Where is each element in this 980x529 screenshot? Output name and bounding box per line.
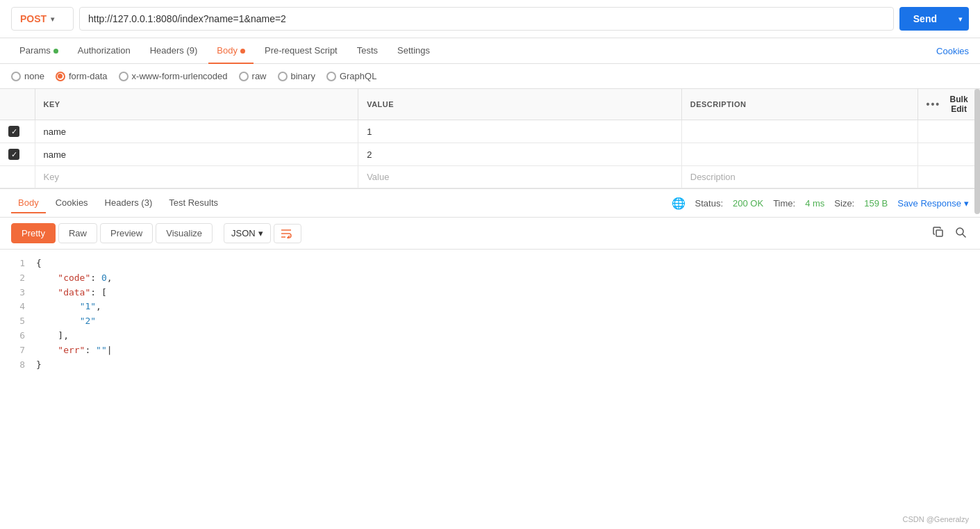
row2-desc-cell[interactable] bbox=[681, 143, 917, 166]
row1-desc-cell[interactable] bbox=[681, 120, 917, 143]
save-response-label: Save Response bbox=[897, 198, 961, 209]
table-row: ✓ name 1 bbox=[0, 120, 980, 143]
radio-none[interactable]: none bbox=[11, 71, 44, 81]
wrap-button[interactable] bbox=[274, 224, 301, 243]
resp-tab-cookies[interactable]: Cookies bbox=[49, 193, 95, 213]
body-dot bbox=[240, 49, 245, 54]
radio-raw-circle bbox=[239, 72, 249, 81]
radio-binary[interactable]: binary bbox=[278, 71, 315, 81]
copy-svg bbox=[933, 227, 944, 238]
tab-settings[interactable]: Settings bbox=[389, 38, 438, 64]
row1-value: 1 bbox=[367, 127, 372, 137]
radio-graphql[interactable]: GraphQL bbox=[326, 71, 376, 81]
method-chevron: ▾ bbox=[51, 15, 54, 23]
row1-checkbox[interactable]: ✓ bbox=[8, 126, 19, 137]
row1-key: name bbox=[44, 127, 67, 137]
json-line-5: 5 "2" bbox=[11, 314, 969, 329]
resp-tab-test-results[interactable]: Test Results bbox=[162, 193, 225, 213]
row1-check-cell: ✓ bbox=[0, 120, 35, 143]
tab-tests[interactable]: Tests bbox=[349, 38, 386, 64]
body-type-bar: none form-data x-www-form-urlencoded raw… bbox=[0, 64, 980, 89]
radio-form-data[interactable]: form-data bbox=[56, 71, 108, 81]
col-key-header: KEY bbox=[35, 89, 358, 120]
view-raw-button[interactable]: Raw bbox=[58, 223, 97, 243]
view-preview-button[interactable]: Preview bbox=[100, 223, 153, 243]
send-button[interactable]: Send ▾ bbox=[899, 7, 969, 31]
format-selector[interactable]: JSON ▾ bbox=[224, 223, 271, 243]
line-content-4: "1", bbox=[36, 300, 101, 314]
row1-value-cell[interactable]: 1 bbox=[358, 120, 682, 143]
scrollbar-track[interactable] bbox=[974, 89, 980, 188]
search-icon[interactable] bbox=[952, 224, 969, 243]
cookies-label: Cookies bbox=[936, 46, 969, 56]
radio-urlencoded-label: x-www-form-urlencoded bbox=[132, 71, 228, 81]
tab-pre-request[interactable]: Pre-request Script bbox=[256, 38, 346, 64]
send-chevron[interactable]: ▾ bbox=[952, 9, 969, 29]
svg-rect-0 bbox=[936, 230, 942, 236]
bulk-edit-button[interactable]: Bulk Edit bbox=[946, 95, 972, 114]
response-tabs-bar: Body Cookies Headers (3) Test Results 🌐 … bbox=[0, 189, 980, 218]
resp-tab-headers[interactable]: Headers (3) bbox=[98, 193, 160, 213]
col-value-header: VALUE bbox=[358, 89, 682, 120]
response-toolbar: Pretty Raw Preview Visualize JSON ▾ bbox=[0, 218, 980, 250]
json-line-4: 4 "1", bbox=[11, 300, 969, 314]
scrollbar-thumb[interactable] bbox=[974, 89, 980, 214]
placeholder-key-cell[interactable]: Key bbox=[35, 166, 358, 188]
send-label: Send bbox=[899, 7, 951, 31]
view-visualize-button[interactable]: Visualize bbox=[156, 223, 213, 243]
radio-urlencoded-circle bbox=[119, 72, 128, 81]
tab-body-label: Body bbox=[217, 45, 238, 56]
tab-headers[interactable]: Headers (9) bbox=[142, 38, 206, 64]
svg-line-2 bbox=[963, 234, 965, 237]
placeholder-desc-cell[interactable]: Description bbox=[681, 166, 917, 188]
tab-body[interactable]: Body bbox=[208, 38, 254, 64]
json-line-1: 1 { bbox=[11, 257, 969, 271]
line-num-7: 7 bbox=[11, 343, 36, 358]
footer-credit: CSDN @Generalzy bbox=[902, 515, 969, 523]
json-line-2: 2 "code": 0, bbox=[11, 271, 969, 286]
tab-params[interactable]: Params bbox=[11, 38, 67, 64]
cookies-button[interactable]: Cookies bbox=[936, 39, 969, 63]
radio-graphql-circle bbox=[326, 72, 336, 81]
line-num-1: 1 bbox=[11, 257, 36, 271]
table-row: ✓ name 2 bbox=[0, 143, 980, 166]
method-selector[interactable]: POST ▾ bbox=[11, 7, 74, 31]
radio-raw[interactable]: raw bbox=[239, 71, 267, 81]
save-response-button[interactable]: Save Response ▾ bbox=[897, 198, 969, 209]
resp-tab-headers-label: Headers (3) bbox=[105, 197, 153, 208]
row2-value: 2 bbox=[367, 149, 372, 160]
resp-tab-cookies-label: Cookies bbox=[56, 197, 88, 208]
search-svg bbox=[955, 227, 966, 238]
json-line-8: 8 } bbox=[11, 358, 969, 373]
line-num-2: 2 bbox=[11, 271, 36, 286]
table-row-placeholder: Key Value Description bbox=[0, 166, 980, 188]
params-table: KEY VALUE DESCRIPTION ••• Bulk Edit ✓ bbox=[0, 89, 980, 188]
resp-tab-body-label: Body bbox=[18, 197, 39, 208]
status-info: 🌐 Status: 200 OK Time: 4 ms Size: 159 B … bbox=[672, 197, 969, 210]
col-desc-header: DESCRIPTION bbox=[681, 89, 917, 120]
radio-none-circle bbox=[11, 72, 21, 81]
more-options-icon[interactable]: ••• bbox=[927, 99, 941, 110]
format-chevron: ▾ bbox=[258, 228, 263, 238]
line-num-4: 4 bbox=[11, 300, 36, 314]
row2-value-cell[interactable]: 2 bbox=[358, 143, 682, 166]
radio-form-data-label: form-data bbox=[69, 71, 108, 81]
row2-key: name bbox=[44, 149, 67, 160]
placeholder-value-cell[interactable]: Value bbox=[358, 166, 682, 188]
radio-urlencoded[interactable]: x-www-form-urlencoded bbox=[119, 71, 228, 81]
format-label: JSON bbox=[231, 228, 256, 238]
row2-checkbox[interactable]: ✓ bbox=[8, 149, 19, 160]
tab-authorization[interactable]: Authorization bbox=[69, 38, 139, 64]
view-pretty-button[interactable]: Pretty bbox=[11, 223, 56, 243]
tab-headers-label: Headers (9) bbox=[150, 45, 198, 56]
globe-icon[interactable]: 🌐 bbox=[672, 197, 686, 210]
url-input[interactable] bbox=[79, 7, 894, 31]
row2-key-cell[interactable]: name bbox=[35, 143, 358, 166]
row1-key-cell[interactable]: name bbox=[35, 120, 358, 143]
copy-icon[interactable] bbox=[930, 224, 947, 243]
url-bar: POST ▾ Send ▾ bbox=[0, 0, 980, 38]
line-content-7: "err": ""| bbox=[36, 343, 113, 358]
col-actions-header: ••• Bulk Edit bbox=[917, 89, 980, 120]
resp-tab-body[interactable]: Body bbox=[11, 193, 46, 213]
line-content-5: "2" bbox=[36, 314, 96, 329]
